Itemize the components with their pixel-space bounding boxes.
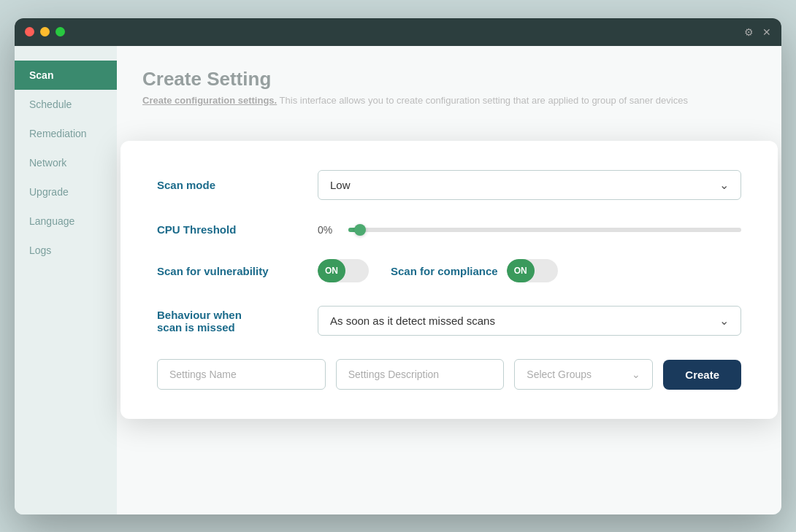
sidebar-item-network[interactable]: Network: [15, 148, 117, 177]
cpu-threshold-value: 0%: [318, 224, 340, 236]
behaviour-label-line2: scan is missed: [157, 321, 235, 334]
cpu-slider-track[interactable]: [348, 228, 741, 232]
settings-description-input[interactable]: [336, 359, 505, 390]
cpu-threshold-row: CPU Threshold 0%: [157, 223, 741, 236]
select-groups-dropdown[interactable]: Select Groups ⌄: [514, 359, 653, 390]
behaviour-value: As soon as it detect missed scans: [330, 315, 495, 327]
sidebar-item-language[interactable]: Language: [15, 207, 117, 236]
chevron-down-icon: ⌄: [719, 178, 729, 192]
scan-mode-control: Low ⌄: [318, 170, 741, 200]
compliance-toggle-item: Scan for compliance ON: [391, 259, 558, 282]
settings-name-input[interactable]: [157, 359, 326, 390]
slider-container: 0%: [318, 224, 741, 236]
behaviour-dropdown[interactable]: As soon as it detect missed scans ⌄: [318, 306, 741, 336]
create-button[interactable]: Create: [663, 360, 741, 390]
content-area: Scan Schedule Remediation Network Upgrad…: [15, 46, 781, 514]
maximize-button[interactable]: [56, 27, 65, 36]
compliance-toggle-on: ON: [507, 259, 535, 282]
behaviour-chevron-icon: ⌄: [719, 314, 729, 328]
vulnerability-toggle[interactable]: ON: [318, 259, 369, 282]
modal-overlay: Scan mode Low ⌄ CPU Threshold: [117, 46, 781, 514]
scan-vulnerability-label: Scan for vulnerability: [157, 265, 318, 277]
behaviour-label: Behaviour when scan is missed: [157, 309, 318, 334]
settings-icon[interactable]: ⚙: [744, 26, 754, 38]
sidebar-item-upgrade[interactable]: Upgrade: [15, 177, 117, 207]
titlebar: ⚙ ✕: [15, 18, 781, 46]
toggle-group: ON Scan for compliance ON: [318, 259, 741, 282]
modal-dialog: Scan mode Low ⌄ CPU Threshold: [120, 141, 778, 419]
sidebar-item-schedule[interactable]: Schedule: [15, 90, 117, 119]
scan-mode-dropdown[interactable]: Low ⌄: [318, 170, 741, 200]
sidebar-item-logs[interactable]: Logs: [15, 236, 117, 265]
bottom-row: Select Groups ⌄ Create: [157, 359, 741, 390]
minimize-button[interactable]: [40, 27, 50, 36]
behaviour-control: As soon as it detect missed scans ⌄: [318, 306, 741, 336]
vulnerability-toggle-on: ON: [318, 259, 345, 282]
scan-mode-value: Low: [330, 179, 351, 191]
sidebar-item-remediation[interactable]: Remediation: [15, 119, 117, 148]
sidebar: Scan Schedule Remediation Network Upgrad…: [15, 46, 117, 514]
close-icon[interactable]: ✕: [762, 26, 771, 38]
main-content: Create Setting Create configuration sett…: [117, 46, 781, 514]
cpu-threshold-control: 0%: [318, 224, 741, 236]
close-button[interactable]: [25, 27, 34, 36]
scan-mode-label: Scan mode: [157, 179, 318, 191]
select-groups-chevron-icon: ⌄: [632, 369, 640, 380]
scan-mode-row: Scan mode Low ⌄: [157, 170, 741, 200]
select-groups-label: Select Groups: [527, 369, 592, 380]
cpu-threshold-label: CPU Threshold: [157, 223, 318, 236]
behaviour-row: Behaviour when scan is missed As soon as…: [157, 306, 741, 336]
app-window: ⚙ ✕ Scan Schedule Remediation Network Up…: [15, 18, 781, 514]
scan-compliance-label: Scan for compliance: [391, 265, 498, 277]
behaviour-label-line1: Behaviour when: [157, 309, 242, 321]
sidebar-item-scan[interactable]: Scan: [15, 61, 117, 90]
compliance-toggle[interactable]: ON: [507, 259, 558, 282]
slider-thumb[interactable]: [354, 224, 366, 236]
vulnerability-compliance-row: Scan for vulnerability ON Scan for compl…: [157, 259, 741, 282]
